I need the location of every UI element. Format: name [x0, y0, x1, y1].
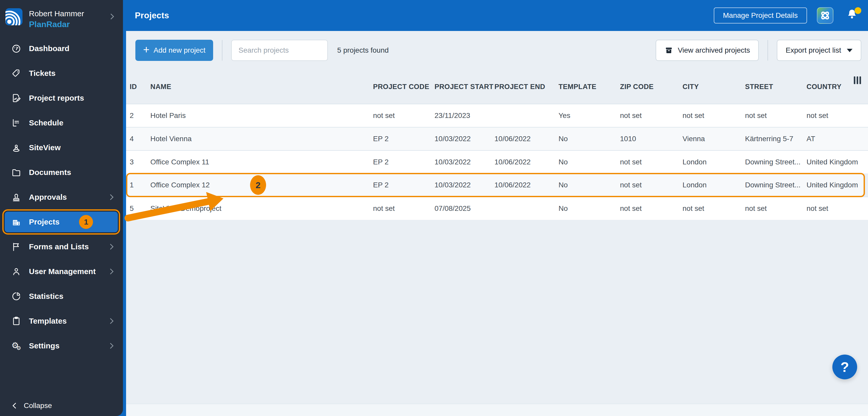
x-logo-icon — [819, 10, 831, 21]
search-input[interactable] — [231, 40, 328, 61]
column-header-name[interactable]: NAME — [150, 83, 373, 91]
cell-code: EP 2 — [373, 158, 435, 166]
table-row[interactable]: 4Hotel ViennaEP 210/03/202210/06/2022No1… — [126, 127, 868, 150]
sidebar-item-forms-and-lists[interactable]: Forms and Lists — [0, 234, 123, 259]
manage-project-details-button[interactable]: Manage Project Details — [714, 7, 807, 24]
table-row[interactable]: 1Office Complex 12EP 210/03/202210/06/20… — [126, 173, 865, 197]
cell-start: 07/08/2025 — [435, 204, 494, 213]
sidebar-item-templates[interactable]: Templates — [0, 309, 123, 334]
column-header-street[interactable]: STREET — [745, 83, 807, 91]
cell-template: No — [559, 204, 620, 213]
sidebar-item-siteview[interactable]: SiteView — [0, 135, 123, 160]
add-new-project-button[interactable]: + Add new project — [135, 40, 213, 61]
column-settings-icon[interactable] — [854, 76, 861, 84]
cell-code: EP 2 — [373, 135, 435, 143]
column-header-city[interactable]: CITY — [683, 83, 745, 91]
sidebar-item-approvals[interactable]: Approvals — [0, 185, 123, 210]
cell-code: not set — [373, 204, 435, 213]
sidebar-item-label: SiteView — [29, 143, 61, 152]
cell-zip: not set — [620, 204, 683, 213]
column-header-zip[interactable]: ZIP CODE — [620, 83, 683, 91]
sidebar-item-projects[interactable]: Projects1 — [5, 212, 118, 232]
toolbar-divider — [222, 40, 222, 61]
sidebar-item-label: Schedule — [29, 118, 63, 127]
sidebar-item-schedule[interactable]: Schedule — [0, 110, 123, 135]
collapse-label: Collapse — [24, 402, 52, 410]
cell-start: 10/03/2022 — [435, 181, 494, 189]
cell-end: 10/06/2022 — [494, 181, 559, 189]
cell-zip: not set — [620, 111, 683, 120]
main-content: + Add new project 5 projects found View … — [126, 31, 868, 416]
sidebar-item-documents[interactable]: Documents — [0, 160, 123, 185]
cell-street: Kärtnerring 5-7 — [745, 135, 807, 143]
sidebar-item-label: Documents — [29, 168, 71, 177]
documents-icon — [10, 167, 22, 178]
cell-city: Vienna — [683, 135, 745, 143]
sidebar-item-project-reports[interactable]: Project reports — [0, 86, 123, 110]
chevron-right-icon — [108, 244, 114, 250]
table-body: 2Hotel Parisnot set23/11/2023Yesnot setn… — [126, 104, 868, 220]
export-project-list-label: Export project list — [785, 46, 841, 55]
cell-city: not set — [683, 204, 745, 213]
table-header: IDNAMEPROJECT CODEPROJECT STARTPROJECT E… — [126, 70, 868, 104]
cell-country: United Kingdom — [807, 158, 868, 166]
table-row[interactable]: 2Hotel Parisnot set23/11/2023Yesnot setn… — [126, 104, 868, 127]
table-row[interactable]: 5SiteView Demoprojectnot set07/08/2025No… — [126, 197, 868, 220]
column-header-code[interactable]: PROJECT CODE — [373, 83, 435, 91]
cell-city: London — [683, 158, 745, 166]
sidebar-item-label: Tickets — [29, 69, 56, 78]
sidebar-item-statistics[interactable]: Statistics — [0, 284, 123, 309]
cell-id: 3 — [130, 158, 150, 166]
archive-icon — [664, 46, 673, 55]
table-row[interactable]: 3Office Complex 11EP 210/03/202210/06/20… — [126, 150, 868, 173]
cell-street: not set — [745, 204, 807, 213]
column-header-end[interactable]: PROJECT END — [494, 83, 559, 91]
caret-down-icon — [847, 49, 852, 52]
company-name: PlanRadar — [29, 20, 70, 29]
templates-icon — [10, 316, 22, 326]
sidebar-item-label: Projects — [29, 217, 59, 226]
notification-dot — [855, 7, 861, 14]
cell-street: Downing Street... — [745, 158, 807, 166]
column-header-id[interactable]: ID — [130, 83, 150, 91]
column-header-start[interactable]: PROJECT START — [435, 83, 494, 91]
toolbar-divider — [768, 40, 768, 61]
notifications-button[interactable] — [846, 8, 859, 23]
sidebar-item-user-management[interactable]: User Management — [0, 259, 123, 284]
column-header-template[interactable]: TEMPLATE — [559, 83, 620, 91]
page-title: Projects — [135, 10, 169, 21]
planradar-x-app-icon[interactable] — [817, 7, 833, 24]
collapse-button[interactable]: Collapse — [13, 402, 52, 410]
user-profile[interactable]: Robert Hammer PlanRadar — [0, 0, 123, 34]
cell-id: 5 — [130, 204, 150, 213]
cell-template: No — [559, 135, 620, 143]
sidebar-item-label: User Management — [29, 267, 96, 276]
sidebar: Robert Hammer PlanRadar DashboardTickets… — [0, 0, 123, 416]
settings-icon: ⚙⚙ — [10, 341, 22, 351]
cell-name: Hotel Vienna — [150, 135, 373, 143]
cell-country: not set — [807, 204, 868, 213]
cell-template: Yes — [559, 111, 620, 120]
sidebar-item-settings[interactable]: ⚙⚙Settings — [0, 334, 123, 358]
cell-end: 10/06/2022 — [494, 158, 559, 166]
export-project-list-button[interactable]: Export project list — [777, 40, 861, 61]
cell-country: AT — [807, 135, 868, 143]
chevron-right-icon — [108, 14, 114, 20]
view-archived-projects-button[interactable]: View archived projects — [656, 40, 759, 61]
cell-street: not set — [745, 111, 807, 120]
cell-name: Hotel Paris — [150, 111, 373, 120]
cell-start: 23/11/2023 — [435, 111, 494, 120]
add-new-project-label: Add new project — [154, 46, 206, 55]
cell-zip: not set — [620, 158, 683, 166]
cell-id: 2 — [130, 111, 150, 120]
help-button[interactable]: ? — [832, 355, 857, 379]
cell-city: not set — [683, 111, 745, 120]
sidebar-item-tickets[interactable]: Tickets — [0, 61, 123, 86]
sidebar-item-dashboard[interactable]: Dashboard — [0, 36, 123, 61]
toolbar: + Add new project 5 projects found View … — [126, 31, 868, 70]
approvals-icon — [10, 192, 22, 202]
cell-start: 10/03/2022 — [435, 135, 494, 143]
projects-icon — [10, 217, 22, 227]
schedule-icon — [10, 118, 22, 128]
sidebar-item-label: Templates — [29, 317, 67, 325]
